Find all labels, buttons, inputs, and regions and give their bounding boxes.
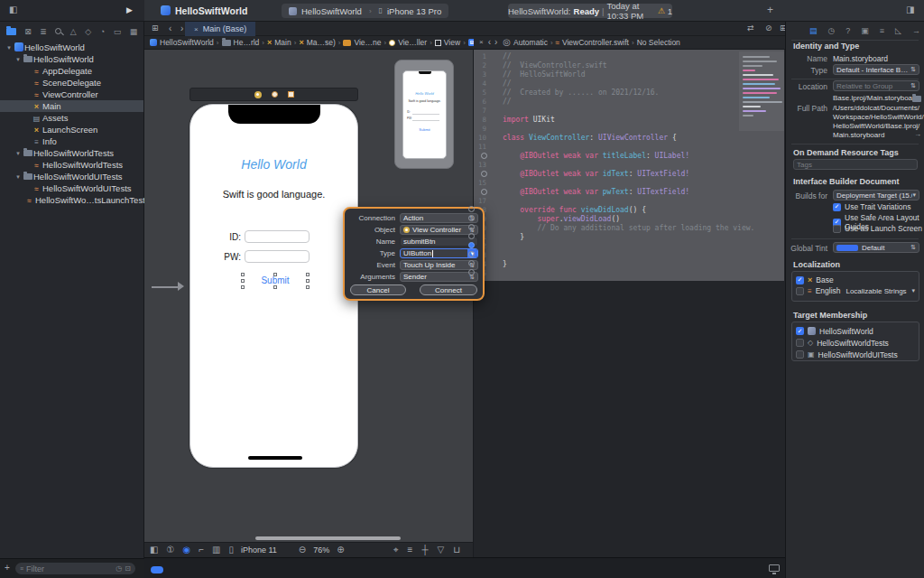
checkbox[interactable] — [833, 225, 841, 233]
code-line-4[interactable]: 4// — [474, 79, 754, 88]
close-assistant-icon[interactable]: × — [479, 39, 484, 46]
selection-handle[interactable] — [241, 273, 245, 276]
navigator-item-helloswiftworlduitests[interactable]: ≈HelloSwiftWorldUITests — [0, 182, 143, 194]
checkbox[interactable] — [796, 339, 804, 347]
forward-icon[interactable]: › — [180, 24, 183, 33]
disclosure-icon[interactable]: ▾ — [5, 44, 13, 51]
outlet-connection-well[interactable] — [481, 171, 487, 177]
breadcrumb-item-ma…se)[interactable]: ×Ma…se) — [299, 38, 335, 47]
open-path-arrow-icon[interactable]: → — [914, 131, 921, 138]
connection-well[interactable] — [468, 251, 475, 257]
first-responder-icon[interactable] — [272, 91, 278, 98]
connections-inspector-icon[interactable]: → — [912, 26, 920, 35]
outlet-connection-well[interactable] — [481, 189, 487, 195]
checkbox[interactable]: ✓ — [796, 276, 804, 284]
run-destination[interactable]: iPhone 13 Pro — [387, 6, 441, 16]
exit-icon[interactable] — [288, 91, 294, 98]
related-items-icon[interactable]: ⊞ — [152, 24, 159, 33]
horizontal-scrollbar[interactable] — [255, 536, 401, 540]
scm-filter-icon[interactable]: ⊡ — [125, 564, 131, 573]
device-preview[interactable]: Hello World Swift is good language. ID: … — [189, 104, 358, 468]
breadcrumb-item-view[interactable]: View — [435, 38, 460, 47]
connection-well[interactable] — [468, 206, 475, 212]
breadcrumb-item-vie…ller[interactable]: Vie…ller — [389, 38, 427, 47]
selection-handle[interactable] — [306, 285, 310, 289]
forward-icon[interactable]: › — [494, 38, 497, 47]
debug-navigator-icon[interactable]: ◔ — [100, 27, 105, 36]
scheme-selector[interactable]: HelloSwiftWorld › ▯ iPhone 13 Pro — [282, 4, 448, 18]
navigator-item-helloswiftworld[interactable]: ▾HelloSwiftWorld — [0, 42, 143, 53]
code-line-25[interactable]: 25 — [474, 268, 754, 277]
code-line-23[interactable]: 23 — [474, 250, 754, 259]
recent-filter-icon[interactable]: ◷ — [116, 564, 122, 573]
target-row-helloswiftworld[interactable]: ✓HelloSwiftWorld — [796, 325, 915, 337]
pw-text-field[interactable] — [245, 250, 310, 263]
report-navigator-icon[interactable]: ▦ — [130, 27, 138, 36]
checkbox[interactable] — [796, 350, 804, 359]
project-navigator-icon[interactable] — [6, 28, 16, 35]
code-review-icon[interactable]: ⇄ — [747, 24, 754, 33]
navigator-item-helloswiftworldtests[interactable]: ▾HelloSwiftWorldTests — [0, 147, 143, 159]
issue-navigator-icon[interactable]: △ — [70, 27, 77, 36]
selection-handle[interactable] — [306, 279, 310, 283]
selection-handle[interactable] — [241, 279, 245, 283]
breadcrumb-item-viewcontroller.swift[interactable]: ≈ViewController.swift — [556, 38, 629, 47]
device-name[interactable]: iPhone 11 — [241, 545, 277, 555]
warning-count[interactable]: 1 — [668, 6, 672, 16]
file-inspector-icon[interactable]: ▤ — [809, 26, 818, 35]
checkbox[interactable] — [796, 287, 804, 295]
id-text-field[interactable] — [245, 230, 310, 243]
filter-menu-icon[interactable]: ≡ — [20, 565, 23, 572]
hello-world-label[interactable]: Hello World — [190, 157, 357, 172]
connection-well[interactable] — [468, 215, 475, 221]
code-line-2[interactable]: 2// ViewController.swift — [474, 61, 754, 70]
code-line-7[interactable]: 7 — [474, 106, 754, 115]
checkbox[interactable]: ✓ — [796, 327, 804, 335]
navigator-item-main[interactable]: ×Main — [0, 100, 143, 112]
navigator-item-scenedelegate[interactable]: ≈SceneDelegate — [0, 77, 143, 89]
navigator-item-viewcontroller[interactable]: ≈ViewController — [0, 89, 143, 100]
back-icon[interactable]: ‹ — [169, 24, 171, 33]
test-navigator-icon[interactable]: ◇ — [85, 27, 91, 36]
code-line-24[interactable]: 24} — [474, 259, 754, 268]
tab-main-base[interactable]: × Main (Base) — [185, 22, 255, 36]
popup-field-object[interactable]: View Controller⇅ — [400, 225, 478, 235]
orientation-icon[interactable]: ⌐ — [199, 545, 204, 555]
align-icon[interactable]: ≡ — [408, 545, 413, 555]
name-value[interactable]: Main.storyboard — [833, 54, 888, 63]
selection-handle[interactable] — [241, 285, 245, 289]
popup-field-event[interactable]: Touch Up Inside⇅ — [400, 260, 478, 270]
cancel-button[interactable]: Cancel — [350, 284, 406, 295]
folder-icon[interactable] — [912, 96, 921, 102]
connection-well[interactable] — [468, 224, 475, 230]
source-control-navigator-icon[interactable]: ⊠ — [24, 27, 32, 36]
disclosure-icon[interactable]: ▾ — [14, 56, 22, 63]
code-line-8[interactable]: 8import UIKit — [474, 115, 754, 124]
inspector-panel-toggle-icon[interactable]: ◨ — [906, 5, 914, 14]
zoom-out-icon[interactable]: ⊖ — [299, 545, 306, 555]
connection-well[interactable] — [468, 233, 475, 239]
scheme-name[interactable]: HelloSwiftWorld — [301, 6, 362, 16]
popup-field-type[interactable]: UIButton▾ — [400, 248, 478, 258]
navigator-item-assets[interactable]: ▤Assets — [0, 112, 143, 124]
location-dropdown[interactable]: Relative to Group ⇅ — [833, 80, 919, 91]
tags-input[interactable]: Tags — [793, 159, 918, 170]
code-line-22[interactable]: 22 — [474, 241, 754, 250]
size-inspector-icon[interactable]: ◺ — [895, 26, 901, 35]
code-line-20[interactable]: 20 // Do any additional setup after load… — [474, 223, 754, 232]
run-button[interactable]: ▶ — [126, 5, 133, 14]
navigator-panel-toggle-icon[interactable]: ◧ — [9, 5, 17, 14]
display-icon[interactable] — [769, 564, 780, 572]
code-line-13[interactable]: 13 — [474, 160, 754, 169]
navigator-item-helloswiftworldtests[interactable]: ≈HelloSwiftWorldTests — [0, 159, 143, 171]
variants-icon[interactable]: ① — [166, 545, 174, 555]
localization-row-base[interactable]: ✓×Base — [796, 275, 915, 285]
zoom-level[interactable]: 76% — [313, 545, 329, 555]
target-row-helloswiftworldtests[interactable]: ◇HelloSwiftWorldTests — [796, 337, 915, 349]
find-navigator-icon[interactable] — [55, 28, 61, 34]
back-icon[interactable]: ‹ — [488, 38, 491, 47]
code-line-21[interactable]: 21 } — [474, 232, 754, 241]
add-button[interactable]: + — [767, 5, 773, 15]
breadcrumb-item-vie…ne[interactable]: Vie…ne — [343, 38, 381, 47]
active-connection-well[interactable] — [468, 242, 475, 248]
